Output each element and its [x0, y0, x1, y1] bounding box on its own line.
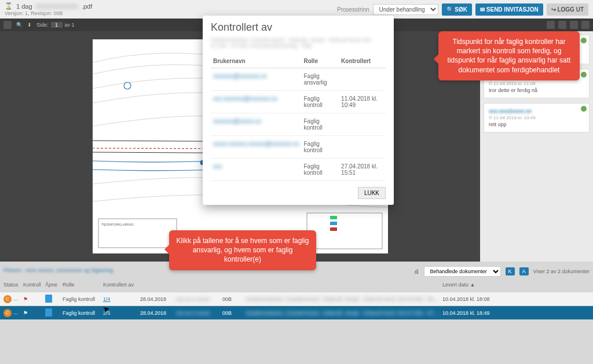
cell-time	[339, 136, 386, 159]
kontrollert-av-modal: Kontrollert av Gardermobanen, (Gardermoe…	[203, 16, 394, 205]
cell-time: 11.04.2018 kl. 10:49	[339, 91, 386, 113]
cell-time	[339, 113, 386, 136]
cell-time	[339, 68, 386, 91]
user-link[interactable]: xxxxxxx@xxxxxxx.xx	[213, 73, 267, 79]
modal-title: Kontrollert av	[203, 16, 394, 37]
th-user: Brukernavn	[211, 54, 302, 68]
th-checked: Kontrollert	[339, 54, 386, 68]
cell-role: Faglig kontroll	[302, 91, 339, 113]
modal-table: Brukernavn Rolle Kontrollert xxxxxxx@xxx…	[211, 54, 386, 181]
annotation-callout: Tidspunkt for når faglig kontroller har …	[438, 31, 580, 80]
modal-subtitle: Gardermobanen, (Gardermoen) - Eidsvoll, …	[203, 37, 394, 54]
user-link[interactable]: xxx.xxxxxxx@xxxxxxx.xx	[213, 95, 277, 102]
cell-role: Faglig kontroll	[302, 136, 339, 159]
cell-time: 27.04.2018 kl. 15:51	[339, 159, 386, 181]
user-link[interactable]: xxxxxxx@xxxxx.xx	[213, 118, 261, 124]
cell-role: Faglig kontroll	[302, 113, 339, 136]
th-role: Rolle	[302, 54, 339, 68]
cell-role: Faglig kontroll	[302, 159, 339, 181]
cell-role: Faglig ansvarlig	[302, 68, 339, 91]
user-link[interactable]: xxx	[213, 163, 222, 170]
annotation-callout: Klikk på tallene for å se hvem som er fa…	[169, 230, 316, 270]
user-link[interactable]: xxxxx.xxxxxx.xxxxxx@xxxxxxx.xx	[213, 141, 299, 147]
modal-close-button[interactable]: LUKK	[358, 187, 386, 199]
